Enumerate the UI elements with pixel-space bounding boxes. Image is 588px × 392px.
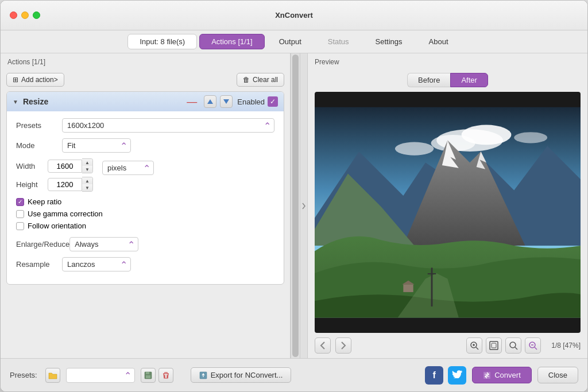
convert-button[interactable]: Convert <box>472 367 532 383</box>
svg-rect-22 <box>146 375 150 378</box>
zoom-fit-button[interactable] <box>486 337 502 354</box>
use-gamma-row: Use gamma correction <box>16 209 274 218</box>
preview-header: Preview <box>308 53 587 71</box>
width-spinner-buttons: ▲ ▼ <box>82 158 93 173</box>
height-decrement-button[interactable]: ▼ <box>82 184 92 191</box>
mode-row: Mode Fit ⌃ <box>16 138 274 153</box>
add-action-button[interactable]: ⊞ Add action> <box>6 73 64 87</box>
prev-image-button[interactable] <box>315 337 331 354</box>
follow-orientation-checkbox[interactable] <box>16 222 24 230</box>
svg-point-5 <box>514 132 547 143</box>
mode-select-wrapper: Fit ⌃ <box>62 138 131 153</box>
twitter-button[interactable] <box>448 366 466 385</box>
presets-dropdown[interactable] <box>66 368 135 383</box>
minimize-traffic-light[interactable] <box>21 11 29 19</box>
maximize-traffic-light[interactable] <box>33 11 40 19</box>
action-title: Resize <box>23 97 182 106</box>
enlarge-reduce-select[interactable]: Always <box>69 237 138 251</box>
next-image-button[interactable] <box>335 337 351 354</box>
height-increment-button[interactable]: ▲ <box>82 177 92 184</box>
enlarge-reduce-row: Enlarge/Reduce Always ⌃ <box>16 237 274 251</box>
close-button[interactable]: Close <box>537 367 578 383</box>
presets-row: Presets 1600x1200 ⌃ <box>16 118 274 133</box>
collapse-arrow-icon[interactable]: ▼ <box>13 99 18 105</box>
width-increment-button[interactable]: ▲ <box>82 159 92 166</box>
add-action-icon: ⊞ <box>13 76 18 84</box>
height-input[interactable]: 1200 <box>48 178 82 191</box>
keep-ratio-row: Keep ratio <box>16 197 274 206</box>
unit-select[interactable]: pixels <box>102 161 154 175</box>
convert-icon <box>483 371 491 379</box>
export-button[interactable]: Export for NConvert... <box>191 367 292 383</box>
preview-image <box>315 92 581 333</box>
height-label: Height <box>16 180 48 189</box>
zoom-100-button[interactable] <box>505 337 521 354</box>
right-panel: Preview Before After <box>308 53 587 358</box>
width-input[interactable]: 1600 <box>48 160 82 173</box>
resample-select-wrapper: Lanczos ⌃ <box>62 257 131 271</box>
tab-status[interactable]: Status <box>316 34 361 49</box>
enabled-check-icon: ✓ <box>268 96 278 107</box>
action-arrows <box>204 95 233 108</box>
expand-arrow-icon <box>301 202 306 210</box>
height-spinner-buttons: ▲ ▼ <box>82 177 93 192</box>
svg-rect-13 <box>490 341 498 350</box>
follow-orientation-label: Follow orientation <box>28 222 86 230</box>
svg-line-18 <box>535 347 537 350</box>
window-title: XnConvert <box>275 11 313 20</box>
unit-select-wrapper: pixels ⌃ <box>102 161 154 175</box>
tab-output[interactable]: Output <box>267 34 314 49</box>
remove-action-icon[interactable]: — <box>187 96 197 108</box>
before-button[interactable]: Before <box>407 73 450 87</box>
facebook-button[interactable]: f <box>425 366 443 385</box>
keep-ratio-checkbox[interactable] <box>16 198 24 206</box>
dimensions-section: Width 1600 ▲ ▼ <box>16 158 93 192</box>
bottom-bar: Presets: ⌃ Export for NConvert... f <box>1 358 587 391</box>
enlarge-reduce-label: Enlarge/Reduce <box>16 240 69 249</box>
preview-image-area <box>315 92 581 333</box>
svg-line-16 <box>515 347 517 350</box>
tab-settings[interactable]: Settings <box>363 34 415 49</box>
move-up-button[interactable] <box>204 95 216 108</box>
mode-select[interactable]: Fit <box>62 138 131 153</box>
close-traffic-light[interactable] <box>10 11 17 19</box>
action-card-header: ▼ Resize — Enabled ✓ <box>7 92 284 111</box>
clear-all-icon: 🗑 <box>243 76 250 84</box>
use-gamma-checkbox[interactable] <box>16 210 24 218</box>
actions-toolbar: ⊞ Add action> 🗑 Clear all <box>1 71 290 91</box>
height-spinner: 1200 ▲ ▼ <box>48 177 93 192</box>
zoom-out-button[interactable] <box>525 337 541 354</box>
follow-orientation-row: Follow orientation <box>16 222 274 230</box>
resample-select[interactable]: Lanczos <box>62 257 131 271</box>
facebook-icon: f <box>433 370 436 381</box>
enabled-toggle[interactable]: Enabled ✓ <box>237 96 278 107</box>
left-panel-scrollbar[interactable] <box>291 53 300 358</box>
presets-select[interactable]: 1600x1200 <box>62 118 274 133</box>
traffic-lights <box>10 11 40 19</box>
clear-all-button[interactable]: 🗑 Clear all <box>237 73 284 87</box>
keep-ratio-label: Keep ratio <box>28 197 61 206</box>
svg-rect-14 <box>492 343 496 348</box>
export-icon <box>199 371 207 379</box>
width-label: Width <box>16 162 48 170</box>
tab-about[interactable]: About <box>417 34 461 49</box>
mode-label: Mode <box>16 141 62 150</box>
tab-input[interactable]: Input: 8 file(s) <box>127 34 197 49</box>
delete-preset-button[interactable] <box>158 368 173 383</box>
presets-folder-button[interactable] <box>45 368 60 383</box>
width-decrement-button[interactable]: ▼ <box>82 166 92 173</box>
before-after-controls: Before After <box>308 73 587 87</box>
panel-expand-divider[interactable] <box>300 53 308 358</box>
presets-dropdown-wrapper: ⌃ <box>66 368 135 383</box>
svg-rect-21 <box>146 372 149 374</box>
tab-actions[interactable]: Actions [1/1] <box>199 34 265 49</box>
scrollbar-thumb[interactable] <box>292 55 299 357</box>
main-content: Actions [1/1] ⊞ Add action> 🗑 Clear all … <box>1 53 587 358</box>
action-body: Presets 1600x1200 ⌃ Mode <box>7 111 284 284</box>
actions-panel-header: Actions [1/1] <box>1 53 290 71</box>
use-gamma-label: Use gamma correction <box>28 209 103 218</box>
save-preset-button[interactable] <box>141 368 156 383</box>
zoom-in-button[interactable] <box>466 337 482 354</box>
move-down-button[interactable] <box>220 95 233 108</box>
after-button[interactable]: After <box>450 73 488 87</box>
